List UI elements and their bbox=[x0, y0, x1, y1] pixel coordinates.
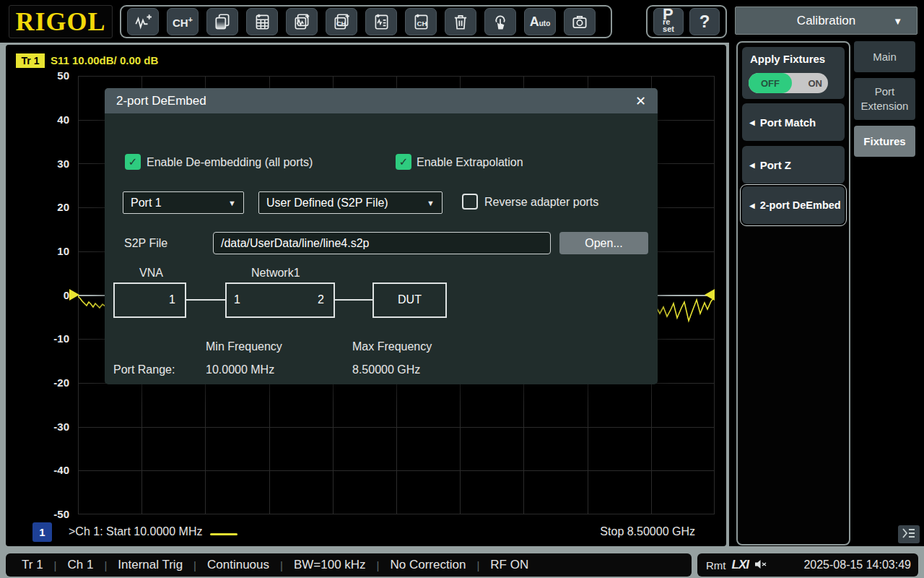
bottom-status-row: Tr 1 | Ch 1 | Internal Trig | Continuous… bbox=[0, 553, 924, 578]
y-tick: -30 bbox=[6, 420, 69, 433]
copy-button[interactable] bbox=[206, 8, 238, 35]
dut-label: DUT bbox=[374, 293, 445, 306]
toolbar-preset-group: Preset ? bbox=[646, 5, 727, 38]
port-range-label: Port Range: bbox=[113, 363, 175, 376]
toolbar-icon-group: CH+ bbox=[120, 5, 612, 38]
apply-fixtures-label: Apply Fixtures bbox=[750, 53, 825, 65]
y-tick: -40 bbox=[6, 464, 69, 476]
trace-report-button[interactable] bbox=[365, 8, 397, 35]
help-button[interactable]: ? bbox=[689, 8, 720, 35]
status-trigger[interactable]: Internal Trig bbox=[118, 558, 183, 572]
divider: | bbox=[104, 559, 107, 571]
svg-text:CH: CH bbox=[336, 20, 346, 27]
apply-fixtures-toggle[interactable]: OFF ON bbox=[749, 73, 828, 93]
connector-line bbox=[186, 299, 225, 301]
enable-deembed-checkbox[interactable]: ✓ bbox=[125, 154, 141, 170]
new-channel-table-button[interactable] bbox=[246, 8, 278, 35]
status-bandwidth[interactable]: BW=100 kHz bbox=[294, 558, 366, 572]
speaker-muted-icon[interactable] bbox=[754, 558, 767, 572]
chevron-left-icon: ◀ bbox=[749, 161, 755, 169]
divider: | bbox=[280, 559, 283, 571]
tab-port-extension[interactable]: Port Extension bbox=[854, 78, 915, 120]
port-select[interactable]: Port 1 ▼ bbox=[123, 191, 244, 214]
tab-fixtures[interactable]: Fixtures bbox=[854, 126, 915, 157]
divider: | bbox=[377, 559, 380, 571]
status-trace[interactable]: Tr 1 bbox=[22, 558, 43, 572]
port-range-min: 10.0000 MHz bbox=[206, 363, 274, 376]
enable-extrapolation-label: Enable Extrapolation bbox=[417, 156, 523, 169]
new-channel-table-icon bbox=[253, 12, 271, 31]
screenshot-button[interactable] bbox=[564, 8, 596, 35]
enable-deembed-label: Enable De-embedding (all ports) bbox=[147, 156, 313, 169]
status-rf[interactable]: RF ON bbox=[490, 558, 528, 572]
s2p-file-label: S2P File bbox=[124, 237, 167, 250]
dialog-titlebar[interactable]: 2-port DeEmbed ✕ bbox=[105, 88, 658, 113]
tab-main[interactable]: Main bbox=[854, 41, 915, 72]
delete-button[interactable] bbox=[445, 8, 476, 35]
y-tick: 50 bbox=[6, 69, 69, 82]
trace-report-icon bbox=[372, 12, 391, 31]
auto-scale-button[interactable]: Auto bbox=[524, 8, 556, 35]
ref-level-marker-right bbox=[705, 289, 715, 301]
channel-report-button[interactable]: CH bbox=[405, 8, 437, 35]
chevron-down-icon: ▼ bbox=[228, 199, 236, 207]
status-sweep-mode[interactable]: Continuous bbox=[207, 558, 269, 572]
divider: | bbox=[476, 559, 479, 571]
datetime: 2025-08-15 14:03:49 bbox=[803, 558, 911, 571]
type-select-value: User Defined (S2P File) bbox=[266, 197, 388, 210]
dialog-body: ✓ Enable De-embedding (all ports) ✓ Enab… bbox=[105, 113, 658, 384]
auto-scale-icon: Auto bbox=[530, 14, 551, 30]
open-button[interactable]: Open... bbox=[559, 232, 648, 254]
enable-extrapolation-checkbox[interactable]: ✓ bbox=[396, 154, 411, 170]
network1-box: 1 2 bbox=[225, 282, 335, 318]
toggle-on-label[interactable]: ON bbox=[808, 73, 823, 93]
channel-badge[interactable]: 1 bbox=[32, 522, 52, 542]
calibration-menu-button[interactable]: Calibration ▼ bbox=[735, 7, 918, 35]
sidebar: Calibration ▼ Apply Fixtures OFF ON ◀ Po… bbox=[729, 0, 924, 546]
start-frequency: >Ch 1: Start 10.0000 MHz bbox=[69, 525, 202, 538]
port-match-label: Port Match bbox=[760, 116, 816, 129]
preset-button[interactable]: Preset bbox=[653, 8, 684, 35]
collapse-menu-button[interactable] bbox=[898, 525, 920, 543]
y-tick: -20 bbox=[6, 376, 69, 389]
dialog-title: 2-port DeEmbed bbox=[116, 94, 206, 108]
rigol-logo: RIGOL bbox=[9, 5, 113, 38]
min-frequency-header: Min Frequency bbox=[206, 340, 282, 353]
type-select[interactable]: User Defined (S2P File) ▼ bbox=[258, 191, 443, 214]
system-status-bar: Rmt LXI 2025-08-15 14:03:49 bbox=[697, 553, 918, 577]
copy-channel-button[interactable]: CH bbox=[326, 8, 357, 35]
calibration-menu-label: Calibration bbox=[797, 14, 855, 28]
trace-color-dash bbox=[210, 533, 237, 535]
close-icon[interactable]: ✕ bbox=[635, 93, 646, 109]
add-trace-icon bbox=[134, 12, 152, 31]
status-channel[interactable]: Ch 1 bbox=[68, 558, 94, 572]
copy-channel-icon: CH bbox=[332, 12, 351, 31]
copy-trace-button[interactable] bbox=[286, 8, 318, 35]
y-tick: 20 bbox=[6, 201, 69, 213]
divider: | bbox=[193, 559, 196, 571]
trash-icon bbox=[451, 12, 470, 31]
y-tick: -50 bbox=[6, 508, 69, 520]
status-correction[interactable]: No Correction bbox=[391, 558, 466, 572]
reverse-ports-checkbox[interactable] bbox=[462, 194, 478, 210]
touch-button[interactable] bbox=[484, 8, 516, 35]
connector-line bbox=[335, 299, 372, 301]
sidebar-item-port-z[interactable]: ◀ Port Z bbox=[742, 146, 845, 184]
touch-icon bbox=[491, 12, 510, 31]
status-bar: Tr 1 | Ch 1 | Internal Trig | Continuous… bbox=[6, 553, 692, 577]
sidebar-tabs: Main Port Extension Fixtures bbox=[854, 41, 915, 163]
network1-label: Network1 bbox=[251, 267, 300, 280]
toggle-off-label[interactable]: OFF bbox=[749, 73, 792, 93]
sidebar-item-port-match[interactable]: ◀ Port Match bbox=[742, 103, 845, 141]
lxi-logo: LXI bbox=[732, 558, 749, 572]
s2p-file-input[interactable]: /data/UserData/line/line4.s2p bbox=[213, 232, 551, 254]
remote-indicator: Rmt bbox=[706, 559, 726, 571]
stop-frequency: Stop 8.50000 GHz bbox=[600, 525, 695, 538]
vna-label: VNA bbox=[139, 267, 163, 280]
dut-box: DUT bbox=[372, 282, 447, 318]
add-trace-button[interactable] bbox=[127, 8, 159, 35]
sidebar-item-2port-deembed[interactable]: ◀ 2-port DeEmbed bbox=[742, 186, 845, 224]
add-channel-button[interactable]: CH+ bbox=[167, 8, 199, 35]
network1-port-1: 1 bbox=[234, 293, 240, 306]
chevron-left-icon: ◀ bbox=[749, 202, 755, 210]
